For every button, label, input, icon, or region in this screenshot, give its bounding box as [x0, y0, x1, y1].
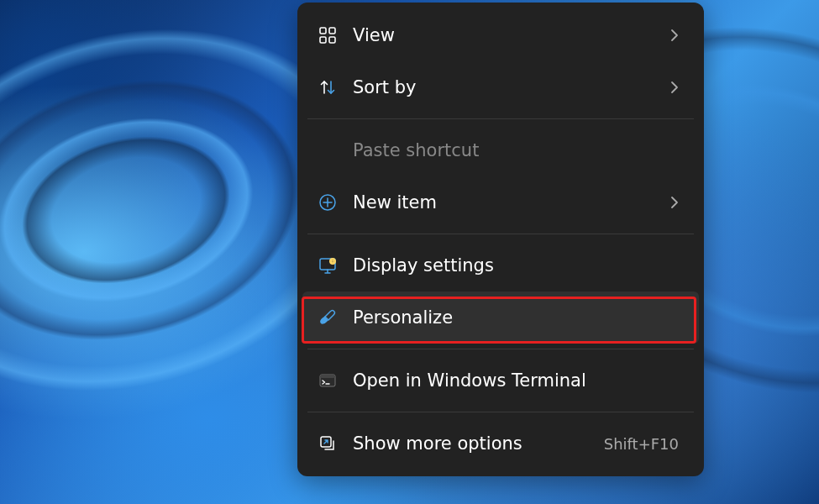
menu-item-personalize[interactable]: Personalize — [302, 291, 699, 344]
menu-separator — [307, 412, 694, 412]
menu-item-paste-shortcut: Paste shortcut — [302, 124, 699, 176]
menu-item-label: Show more options — [353, 433, 604, 454]
menu-item-more-options[interactable]: Show more options Shift+F10 — [302, 417, 699, 470]
svg-rect-3 — [329, 37, 335, 43]
menu-item-display-settings[interactable]: Display settings — [302, 239, 699, 291]
more-options-icon — [316, 432, 339, 455]
sort-icon — [316, 76, 339, 99]
menu-item-terminal[interactable]: Open in Windows Terminal — [302, 354, 699, 407]
brush-icon — [316, 306, 339, 329]
svg-rect-2 — [320, 37, 326, 43]
menu-item-label: Open in Windows Terminal — [353, 370, 679, 391]
display-gear-icon — [316, 254, 339, 277]
menu-item-sort[interactable]: Sort by — [302, 61, 699, 113]
terminal-icon — [316, 369, 339, 392]
menu-item-new[interactable]: New item — [302, 176, 699, 228]
menu-item-label: Display settings — [353, 255, 679, 276]
menu-item-label: Paste shortcut — [353, 140, 679, 160]
menu-separator — [307, 118, 694, 119]
menu-item-shortcut: Shift+F10 — [604, 435, 679, 453]
desktop-context-menu: View Sort by — [297, 3, 704, 476]
chevron-right-icon — [670, 196, 679, 209]
menu-item-label: New item — [353, 192, 670, 213]
svg-rect-0 — [320, 28, 326, 34]
grid-icon — [316, 24, 339, 47]
menu-item-label: Sort by — [353, 77, 670, 97]
svg-rect-9 — [320, 375, 335, 378]
menu-item-view[interactable]: View — [302, 9, 699, 61]
menu-item-label: View — [353, 25, 670, 45]
plus-circle-icon — [316, 191, 339, 214]
chevron-right-icon — [670, 29, 679, 42]
svg-rect-1 — [329, 28, 335, 34]
menu-separator — [307, 234, 694, 234]
menu-item-label: Personalize — [353, 307, 679, 328]
menu-separator — [307, 349, 694, 349]
chevron-right-icon — [670, 81, 679, 94]
